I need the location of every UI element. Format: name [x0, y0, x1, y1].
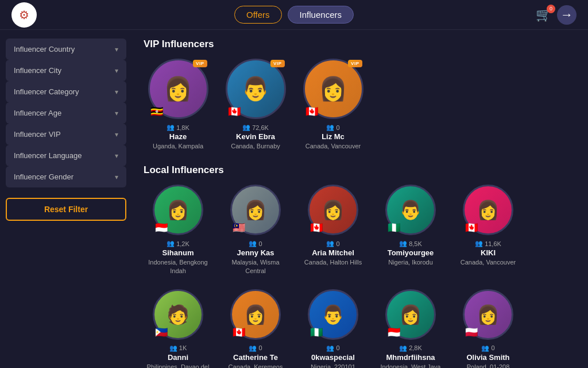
influencer-card-olivia-smith[interactable]: 👩 🇵🇱 👥 0 Olivia Smith Poland, 01-208 War… — [454, 289, 523, 368]
influencer-location: Canada, Keremeos — [229, 363, 283, 368]
header: ⚙ Offers Influencers 🛒 0 → — [0, 0, 588, 30]
flag-badge: 🇳🇬 — [310, 327, 323, 338]
follower-number: 0 — [336, 344, 339, 351]
followers-icon: 👥 — [399, 240, 407, 247]
influencer-card-kiki[interactable]: 👩 🇨🇦 👥 11,6K KIKI Canada, Vancouver — [454, 185, 523, 275]
influencer-card-catherine-te[interactable]: 👩 🇨🇦 👥 0 Catherine Te Canada, Keremeos — [221, 289, 290, 368]
avatar-wrapper: 👩 🇵🇱 — [463, 289, 513, 340]
filter-item-country[interactable]: Influencer Country▾ — [6, 39, 126, 60]
followers-icon: 👥 — [475, 240, 483, 247]
chevron-icon: ▾ — [115, 109, 118, 117]
vip-badge: VIP — [348, 60, 362, 67]
avatar-wrapper: 👩 🇨🇦 — [230, 289, 281, 340]
filter-item-city[interactable]: Influencer City▾ — [6, 60, 126, 81]
followers-icon: 👥 — [326, 344, 334, 352]
chevron-icon: ▾ — [115, 45, 118, 53]
flag-badge: 🇺🇬 — [150, 106, 163, 117]
follower-number: 0 — [258, 344, 262, 351]
influencer-card-mhmdrfiihsna[interactable]: 👩 🇮🇩 👥 2,8K Mhmdrfiihsna Indonesia, West… — [376, 289, 445, 368]
avatar-wrapper: 👩 VIP 🇨🇦 — [303, 59, 363, 119]
follower-count: 👥 1,2K — [167, 240, 189, 247]
main-layout: Influencer Country▾Influencer City▾Influ… — [0, 30, 588, 368]
influencer-location: Canada, Vancouver — [461, 258, 516, 266]
cart-icon[interactable]: 🛒 0 — [536, 7, 551, 22]
follower-number: 8,5K — [409, 240, 422, 247]
avatar-wrapper: 👨 🇳🇬 — [308, 289, 358, 340]
influencer-name: KIKI — [481, 248, 496, 257]
follower-count: 👥 0 — [326, 240, 339, 247]
avatar-wrapper: 👨 VIP 🇨🇦 — [226, 59, 286, 119]
avatar-wrapper: 🧑 🇵🇭 — [153, 289, 203, 340]
influencer-card-sihanum[interactable]: 👩 🇮🇩 👥 1,2K Sihanum Indonesia, Bengkong … — [144, 185, 212, 275]
influencer-card-0kwaspecial[interactable]: 👨 🇳🇬 👥 0 0kwaspecial Nigeria, 220101 — [299, 289, 368, 368]
followers-icon: 👥 — [169, 344, 177, 352]
local-section-title: Local Influencers — [144, 164, 577, 176]
influencer-name: Sihanum — [163, 248, 194, 257]
local-influencer-grid-row1: 👩 🇮🇩 👥 1,2K Sihanum Indonesia, Bengkong … — [144, 185, 577, 275]
content-area: VIP Influencers 👩 VIP 🇺🇬 👥 1,8K Haze Uga… — [132, 30, 588, 368]
followers-icon: 👥 — [326, 124, 334, 131]
flag-badge: 🇮🇩 — [388, 327, 400, 338]
filter-item-language[interactable]: Influencer Language▾ — [6, 145, 126, 166]
logo[interactable]: ⚙ — [11, 2, 37, 28]
follower-count: 👥 0 — [481, 344, 494, 352]
tab-influencers[interactable]: Influencers — [288, 6, 354, 24]
influencer-card-haze[interactable]: 👩 VIP 🇺🇬 👥 1,8K Haze Uganda, Kampala — [144, 59, 212, 150]
influencer-card-jenny-kas[interactable]: 👩 🇲🇾 👥 0 Jenny Kas Malaysia, Wisma Centr… — [221, 185, 290, 275]
follower-count: 👥 8,5K — [399, 240, 422, 247]
follower-number: 0 — [336, 124, 339, 131]
filter-item-vip[interactable]: Influencer VIP▾ — [6, 124, 126, 145]
influencer-location: Indonesia, West Java — [381, 363, 441, 368]
flag-badge: 🇨🇦 — [233, 327, 245, 338]
follower-number: 0 — [258, 240, 262, 247]
influencer-location: Canada, Vancouver — [305, 142, 361, 150]
followers-icon: 👥 — [249, 240, 257, 247]
vip-badge: VIP — [270, 60, 284, 67]
avatar-wrapper: 👨 🇳🇬 — [385, 185, 436, 235]
influencer-card-danni[interactable]: 🧑 🇵🇭 👥 1K Danni Philippines, Davao del S… — [144, 289, 212, 368]
header-right: 🛒 0 → — [536, 5, 577, 25]
reset-filter-button[interactable]: Reset Filter — [6, 198, 126, 221]
nav-tabs: Offers Influencers — [234, 6, 354, 24]
influencer-name: Kevin Ebra — [236, 132, 275, 141]
influencer-name: Aria Mitchel — [312, 248, 354, 257]
login-icon[interactable]: → — [557, 5, 577, 25]
influencer-card-kevin-ebra[interactable]: 👨 VIP 🇨🇦 👥 72,6K Kevin Ebra Canada, Burn… — [221, 59, 290, 150]
influencer-name: Mhmdrfiihsna — [386, 353, 435, 362]
follower-number: 2,8K — [409, 344, 422, 351]
flag-badge: 🇨🇦 — [305, 106, 318, 117]
follower-count: 👥 1,8K — [167, 124, 189, 131]
follower-number: 1,2K — [176, 240, 189, 247]
filter-label-city: Influencer City — [14, 66, 61, 75]
local-influencer-grid-row2: 🧑 🇵🇭 👥 1K Danni Philippines, Davao del S… — [144, 289, 577, 368]
followers-icon: 👥 — [167, 124, 175, 131]
influencer-location: Uganda, Kampala — [153, 142, 203, 150]
followers-icon: 👥 — [242, 124, 250, 131]
influencer-name: Tomiyourgee — [388, 248, 434, 257]
followers-icon: 👥 — [481, 344, 489, 352]
follower-count: 👥 0 — [249, 344, 262, 352]
chevron-icon: ▾ — [115, 152, 118, 160]
influencer-card-aria-mitchel[interactable]: 👩 🇨🇦 👥 0 Aria Mitchel Canada, Halton Hil… — [299, 185, 368, 275]
influencer-card-tomiyourgee[interactable]: 👨 🇳🇬 👥 8,5K Tomiyourgee Nigeria, Ikorodu — [376, 185, 445, 275]
tab-offers[interactable]: Offers — [234, 6, 282, 24]
filter-item-category[interactable]: Influencer Category▾ — [6, 81, 126, 102]
influencer-name: Jenny Kas — [237, 248, 274, 257]
influencer-name: Danni — [168, 353, 188, 362]
influencer-card-liz-mc[interactable]: 👩 VIP 🇨🇦 👥 0 Liz Mc Canada, Vancouver — [299, 59, 368, 150]
chevron-icon: ▾ — [115, 67, 118, 75]
filter-item-gender[interactable]: Influencer Gender▾ — [6, 166, 126, 187]
filter-label-gender: Influencer Gender — [14, 172, 74, 181]
influencer-location: Malaysia, Wisma Central — [221, 258, 290, 275]
followers-icon: 👥 — [399, 344, 407, 352]
follower-count: 👥 0 — [249, 240, 262, 247]
influencer-location: Nigeria, 220101 — [311, 363, 355, 368]
follower-count: 👥 1K — [169, 344, 187, 352]
avatar-wrapper: 👩 🇮🇩 — [153, 185, 203, 235]
vip-section-title: VIP Influencers — [144, 39, 577, 50]
followers-icon: 👥 — [249, 344, 257, 352]
filter-item-age[interactable]: Influencer Age▾ — [6, 102, 126, 124]
avatar-wrapper: 👩 🇲🇾 — [230, 185, 281, 235]
flag-badge: 🇨🇦 — [465, 223, 478, 233]
flag-badge: 🇲🇾 — [233, 223, 245, 233]
